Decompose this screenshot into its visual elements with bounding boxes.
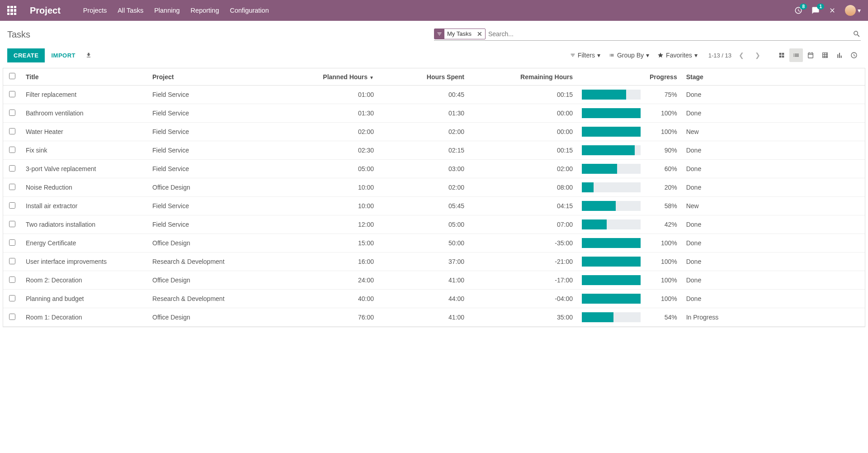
col-header-stage[interactable]: Stage [682, 68, 865, 86]
cell-stage: New [682, 123, 865, 141]
download-button[interactable] [82, 48, 95, 62]
row-checkbox[interactable] [9, 165, 15, 172]
row-checkbox[interactable] [9, 277, 15, 283]
import-button[interactable]: IMPORT [45, 48, 82, 62]
table-row[interactable]: Noise ReductionOffice Design10:0002:0008… [3, 178, 865, 197]
search-icon[interactable] [853, 30, 861, 38]
nav-planning[interactable]: Planning [154, 7, 179, 14]
row-checkbox[interactable] [9, 91, 15, 97]
row-checkbox[interactable] [9, 239, 15, 246]
table-row[interactable]: 3-port Valve replacementField Service05:… [3, 160, 865, 178]
groupby-button[interactable]: Group By ▾ [609, 52, 649, 59]
debug-button[interactable] [829, 7, 836, 14]
cell-planned: 10:00 [279, 197, 378, 215]
caret-down-icon: ▾ [858, 7, 861, 14]
caret-down-icon: ▾ [694, 52, 698, 59]
search-view[interactable]: My Tasks ✕ [434, 29, 861, 41]
col-header-title[interactable]: Title [21, 68, 148, 86]
messaging-button[interactable]: 1 [811, 6, 820, 14]
row-checkbox[interactable] [9, 110, 15, 116]
nav-projects[interactable]: Projects [83, 7, 107, 14]
search-facet: My Tasks ✕ [434, 29, 486, 39]
cell-title: Bathroom ventilation [21, 104, 148, 123]
cell-stage: Done [682, 160, 865, 178]
calendar-view-button[interactable] [804, 48, 817, 62]
col-header-planned[interactable]: Planned Hours▼ [279, 68, 378, 86]
cell-progress-bar [577, 215, 645, 234]
clock-icon [850, 52, 858, 59]
row-checkbox[interactable] [9, 314, 15, 320]
cell-planned: 12:00 [279, 215, 378, 234]
select-all-checkbox[interactable] [9, 73, 15, 79]
cell-project: Field Service [148, 141, 279, 160]
cell-spent: 02:15 [378, 141, 469, 160]
nav-all-tasks[interactable]: All Tasks [118, 7, 143, 14]
cell-remaining: 35:00 [469, 308, 577, 327]
cell-progress-bar [577, 308, 645, 327]
col-header-remaining[interactable]: Remaining Hours [469, 68, 577, 86]
row-checkbox[interactable] [9, 295, 15, 301]
cell-progress-pct: 100% [645, 290, 682, 308]
kanban-view-button[interactable] [775, 48, 788, 62]
pager-next[interactable]: ❯ [751, 50, 764, 61]
table-row[interactable]: User interface improvementsResearch & De… [3, 253, 865, 271]
table-row[interactable]: Two radiators installationField Service1… [3, 215, 865, 234]
graph-view-button[interactable] [833, 48, 846, 62]
pager-value[interactable]: 1-13 / 13 [708, 52, 731, 59]
list-view-button[interactable] [789, 48, 803, 62]
table-row[interactable]: Fix sinkField Service02:3002:1500:1590%D… [3, 141, 865, 160]
table-row[interactable]: Filter replacementField Service01:0000:4… [3, 86, 865, 104]
row-checkbox[interactable] [9, 221, 15, 227]
cell-progress-bar [577, 253, 645, 271]
col-header-spent[interactable]: Hours Spent [378, 68, 469, 86]
facet-remove[interactable]: ✕ [474, 29, 485, 39]
table-row[interactable]: Room 2: DecorationOffice Design24:0041:0… [3, 271, 865, 290]
view-switcher [775, 48, 861, 62]
nav-configuration[interactable]: Configuration [230, 7, 269, 14]
col-header-progress[interactable]: Progress [645, 68, 682, 86]
cell-progress-pct: 20% [645, 178, 682, 197]
sort-desc-icon: ▼ [369, 75, 374, 80]
app-brand[interactable]: Project [30, 5, 61, 16]
cell-project: Office Design [148, 271, 279, 290]
table-row[interactable]: Water HeaterField Service02:0002:0000:00… [3, 123, 865, 141]
favorites-button[interactable]: Favorites ▾ [657, 52, 698, 59]
activity-button[interactable]: 8 [794, 6, 802, 14]
cell-progress-bar [577, 86, 645, 104]
table-row[interactable]: Room 1: DecorationOffice Design76:0041:0… [3, 308, 865, 327]
row-checkbox[interactable] [9, 147, 15, 153]
table-row[interactable]: Energy CertificateOffice Design15:0050:0… [3, 234, 865, 253]
cell-spent: 01:30 [378, 104, 469, 123]
row-checkbox[interactable] [9, 184, 15, 190]
create-button[interactable]: CREATE [7, 48, 45, 62]
messaging-badge: 1 [817, 4, 824, 10]
table-row[interactable]: Planning and budgetResearch & Developmen… [3, 290, 865, 308]
close-icon [829, 7, 836, 14]
breadcrumb: Tasks [7, 29, 30, 40]
pivot-view-button[interactable] [818, 48, 832, 62]
cell-spent: 03:00 [378, 160, 469, 178]
cell-project: Field Service [148, 197, 279, 215]
row-checkbox[interactable] [9, 202, 15, 209]
cell-progress-bar [577, 271, 645, 290]
cell-progress-pct: 90% [645, 141, 682, 160]
apps-icon[interactable] [7, 6, 16, 15]
cell-title: Install air extractor [21, 197, 148, 215]
table-row[interactable]: Bathroom ventilationField Service01:3001… [3, 104, 865, 123]
filter-icon [434, 29, 444, 39]
cell-planned: 76:00 [279, 308, 378, 327]
pager-prev[interactable]: ❮ [735, 50, 748, 61]
cell-stage: Done [682, 86, 865, 104]
row-checkbox[interactable] [9, 128, 15, 134]
table-row[interactable]: Install air extractorField Service10:000… [3, 197, 865, 215]
nav-reporting[interactable]: Reporting [191, 7, 219, 14]
col-header-project[interactable]: Project [148, 68, 279, 86]
cell-title: Energy Certificate [21, 234, 148, 253]
user-menu[interactable]: ▾ [845, 5, 861, 16]
filters-button[interactable]: Filters ▾ [570, 52, 600, 59]
activity-view-button[interactable] [847, 48, 861, 62]
search-input[interactable] [486, 29, 853, 38]
row-checkbox[interactable] [9, 258, 15, 264]
cell-project: Office Design [148, 308, 279, 327]
cell-project: Field Service [148, 160, 279, 178]
